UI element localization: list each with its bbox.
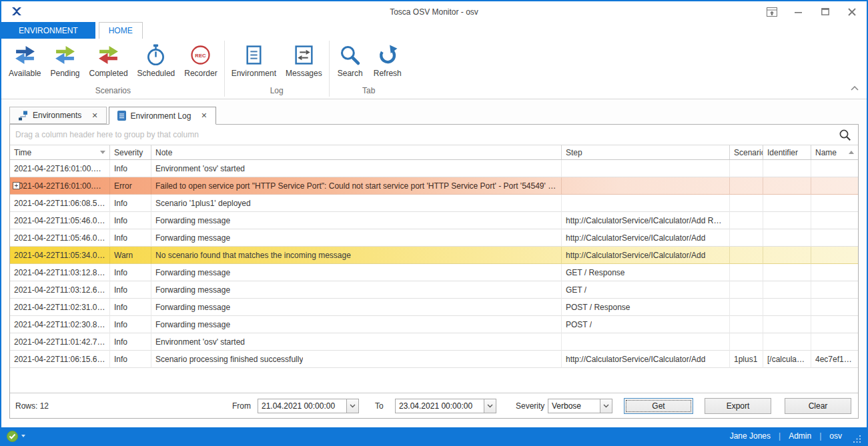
cell-text: 2021-04-22T11:03:12.848	[14, 268, 105, 277]
column-header-label: Name	[815, 148, 837, 157]
cell-note: Forwarding message	[151, 264, 562, 281]
available-button[interactable]: Available	[4, 42, 45, 78]
export-button[interactable]: Export	[705, 398, 771, 414]
cell-name	[811, 281, 858, 299]
from-date-picker[interactable]: 21.04.2021 00:00:00	[258, 399, 359, 413]
column-header-scenario[interactable]: Scenario	[730, 145, 763, 159]
group-by-bar[interactable]: Drag a column header here to group by th…	[10, 125, 858, 145]
search-button[interactable]: Search	[332, 42, 369, 78]
cell-severity: Warn	[110, 247, 151, 264]
table-row[interactable]: 2021-04-22T11:03:12.690InfoForwarding me…	[10, 281, 858, 299]
resize-grip[interactable]	[853, 435, 861, 443]
cell-severity: Info	[110, 316, 151, 333]
column-header-name[interactable]: Name	[811, 145, 858, 159]
environment-log-button[interactable]: Environment	[227, 42, 281, 78]
column-header-identifier[interactable]: Identifier	[763, 145, 811, 159]
cell-text: 1plus1	[734, 355, 757, 364]
chevron-down-icon[interactable]	[484, 399, 496, 413]
close-button[interactable]	[846, 6, 857, 17]
expand-row-button[interactable]: +	[13, 182, 20, 189]
minimize-button[interactable]	[793, 6, 804, 17]
table-row[interactable]: 2021-04-22T11:02:31.040InfoForwarding me…	[10, 299, 858, 316]
table-row[interactable]: 2021-04-22T11:03:12.848InfoForwarding me…	[10, 264, 858, 281]
column-header-note[interactable]: Note	[151, 145, 562, 159]
tab-environment-menu[interactable]: ENVIRONMENT	[1, 22, 95, 39]
separator: |	[819, 431, 821, 441]
cell-text: 2021-04-22T11:05:46.038	[14, 233, 105, 243]
cell-name	[811, 299, 858, 316]
chevron-down-icon[interactable]	[600, 399, 612, 413]
recorder-button[interactable]: REC Recorder	[179, 42, 222, 78]
ribbon-position-icon[interactable]	[766, 6, 777, 17]
ribbon-group-label: Log	[227, 86, 327, 99]
severity-label: Severity	[516, 401, 544, 411]
table-row[interactable]: 2021-04-22T11:05:46.097InfoForwarding me…	[10, 212, 858, 229]
cell-text: http://CalculatorService/ICalculator/Add	[566, 251, 705, 260]
messages-log-button[interactable]: Messages	[281, 42, 327, 78]
cell-identifier	[763, 316, 811, 333]
close-tab-icon[interactable]: ✕	[91, 111, 97, 120]
cell-identifier	[763, 281, 811, 299]
cell-time: +2021-04-22T16:01:00.157	[10, 177, 110, 195]
cell-scenario	[730, 316, 763, 333]
grid-search-icon[interactable]	[839, 129, 851, 143]
cell-time: 2021-04-22T11:05:34.043	[10, 247, 110, 264]
column-header-severity[interactable]: Severity	[110, 145, 151, 159]
table-row[interactable]: 2021-04-22T11:05:34.043WarnNo scenario f…	[10, 247, 858, 264]
table-row[interactable]: +2021-04-22T16:01:00.157ErrorFailed to o…	[10, 177, 858, 195]
document-lines-icon	[243, 44, 265, 66]
column-header-step[interactable]: Step	[562, 145, 730, 159]
grid-body: 2021-04-22T16:01:00.279InfoEnvironment '…	[10, 160, 858, 368]
maximize-button[interactable]	[819, 6, 831, 17]
cell-step: http://CalculatorService/ICalculator/Add	[562, 229, 730, 247]
status-dropdown-caret[interactable]	[21, 435, 25, 437]
tab-environment-log[interactable]: Environment Log ✕	[109, 107, 216, 125]
column-header-label: Identifier	[767, 148, 798, 157]
scheduled-button[interactable]: Scheduled	[133, 42, 180, 78]
cell-time: 2021-04-22T16:01:00.279	[10, 160, 110, 177]
cell-name	[811, 160, 858, 177]
cell-note: Environment 'osv' started	[151, 160, 562, 177]
column-header-label: Severity	[114, 148, 143, 157]
document-tab-strip: Environments ✕ Environment Log ✕	[9, 107, 859, 124]
pending-button[interactable]: Pending	[45, 42, 84, 78]
collapse-ribbon-button[interactable]	[851, 81, 859, 93]
close-tab-icon[interactable]: ✕	[201, 111, 207, 120]
cell-step	[562, 195, 730, 212]
refresh-button[interactable]: Refresh	[369, 42, 406, 78]
chevron-down-icon[interactable]	[346, 399, 358, 413]
clear-button[interactable]: Clear	[785, 398, 851, 414]
cell-severity: Info	[110, 160, 151, 177]
cell-text: No scenario found that matches the incom…	[155, 251, 351, 260]
table-row[interactable]: 2021-04-22T11:05:46.038InfoForwarding me…	[10, 229, 858, 247]
tab-environments[interactable]: Environments ✕	[9, 107, 107, 124]
table-row[interactable]: 2021-04-22T16:01:00.279InfoEnvironment '…	[10, 160, 858, 177]
cell-identifier	[763, 177, 811, 195]
log-document-icon	[117, 111, 126, 121]
record-icon: REC	[189, 44, 211, 66]
table-row[interactable]: 2021-04-22T11:06:15.605InfoScenario proc…	[10, 351, 858, 368]
cell-severity: Info	[110, 264, 151, 281]
completed-button[interactable]: Completed	[85, 42, 133, 78]
cell-time: 2021-04-22T11:06:15.605	[10, 351, 110, 368]
cell-text: Info	[114, 164, 127, 173]
cell-severity: Info	[110, 229, 151, 247]
to-date-picker[interactable]: 23.04.2021 00:00:00	[395, 399, 496, 413]
cell-text: POST / Response	[566, 303, 630, 312]
cell-text: Info	[114, 216, 127, 225]
group-by-hint: Drag a column header here to group by th…	[15, 130, 199, 139]
table-row[interactable]: 2021-04-22T11:02:30.861InfoForwarding me…	[10, 316, 858, 333]
cell-name	[811, 333, 858, 351]
cell-text: 2021-04-22T11:03:12.690	[14, 285, 105, 295]
cell-severity: Info	[110, 281, 151, 299]
column-header-time[interactable]: Time	[10, 145, 110, 159]
get-button[interactable]: Get	[624, 398, 693, 414]
tab-home[interactable]: HOME	[99, 22, 143, 39]
severity-select[interactable]: Verbose	[548, 399, 612, 413]
cell-note: No scenario found that matches the incom…	[151, 247, 562, 264]
table-row[interactable]: 2021-04-22T11:01:42.744InfoEnvironment '…	[10, 333, 858, 351]
cell-text: Forwarding message	[155, 285, 230, 295]
connection-status-icon[interactable]	[7, 431, 18, 442]
table-row[interactable]: 2021-04-22T11:06:08.523InfoScenario '1pl…	[10, 195, 858, 212]
message-exchange-icon	[293, 44, 315, 66]
